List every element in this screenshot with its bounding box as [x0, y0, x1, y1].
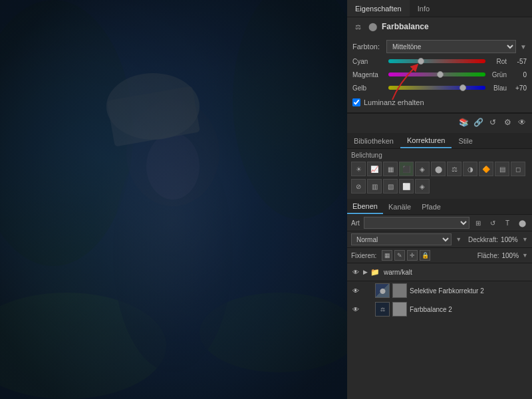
layer-item-farbbalance[interactable]: 👁 ⚖ Farbbalance 2: [347, 300, 532, 319]
magenta-label: Magenta: [352, 71, 386, 78]
magenta-value: 0: [509, 71, 527, 78]
art-label: Art: [351, 219, 360, 227]
lock-row: Fixieren: ▦ ✎ ✛ 🔒 Fläche: 100% ▼: [347, 248, 532, 263]
group-arrow[interactable]: ▶: [363, 269, 368, 275]
layers-list: 👁 ▶ 📁 warm/kalt 👁 ⬤ Selektive Farbkorrek…: [347, 263, 532, 399]
blend-mode-select[interactable]: Normal: [351, 233, 452, 245]
group-name: warm/kalt: [384, 269, 528, 276]
tab-eigenschaften[interactable]: Eigenschaften: [347, 0, 410, 17]
tab-bibliotheken[interactable]: Bibliotheken: [347, 133, 400, 148]
layer-tool-2[interactable]: ↺: [487, 217, 499, 229]
eye-group[interactable]: 👁: [351, 267, 360, 277]
corr-icon-exposure[interactable]: ⬛: [399, 162, 414, 176]
thumb-mask-farbbalance: [392, 302, 407, 317]
eye-selektive[interactable]: 👁: [351, 286, 360, 295]
properties-title-bar: ⚖ ⬤ Farbbalance: [347, 17, 532, 36]
art-select[interactable]: [364, 217, 469, 229]
gelb-value: +70: [509, 84, 527, 92]
circle-icon: ⬤: [367, 21, 378, 32]
corr-section-label: Belichtung: [351, 152, 528, 159]
magenta-thumb[interactable]: [437, 71, 444, 78]
corr-icon-colorlookup[interactable]: ◻: [511, 162, 525, 176]
luminanz-row: Luminanz erhalten: [352, 96, 527, 108]
corr-icon-selective[interactable]: ◈: [415, 179, 430, 194]
farbton-select[interactable]: TiefenMitteltöneLichter: [386, 40, 516, 53]
flaeche-value: 100%: [502, 252, 519, 259]
gelb-slider-container[interactable]: [388, 83, 485, 92]
corr-icon-bw[interactable]: ◑: [463, 162, 477, 176]
tool-icon-5[interactable]: 👁: [516, 116, 528, 128]
right-panel: Eigenschaften Info ⚖ ⬤ Farbbalance Farbt…: [347, 0, 532, 399]
layer-name-farbbalance: Farbbalance 2: [410, 306, 528, 313]
corr-icon-posterize[interactable]: ▥: [367, 179, 382, 194]
flaeche-label: Fläche:: [477, 252, 499, 259]
corr-icon-brightness[interactable]: ☀: [351, 162, 366, 176]
layers-tabs: Ebenen Kanäle Pfade: [347, 199, 532, 215]
corr-icon-gradient[interactable]: ⬜: [399, 179, 414, 194]
svg-rect-10: [0, 0, 347, 399]
gelb-thumb[interactable]: [460, 84, 466, 91]
tab-stile[interactable]: Stile: [452, 133, 479, 148]
balance-icon: ⚖: [352, 21, 363, 32]
blend-opacity-row: Normal ▼ Deckkraft: 100% ▼: [347, 231, 532, 248]
cyan-thumb[interactable]: [418, 58, 424, 65]
tool-icon-4[interactable]: ⚙: [501, 116, 513, 128]
lock-label: Fixieren:: [351, 252, 376, 259]
tab-ebenen[interactable]: Ebenen: [347, 199, 383, 214]
corr-icon-threshold[interactable]: ▧: [383, 179, 398, 194]
lock-transparent[interactable]: ▦: [382, 250, 392, 261]
panel-tabs: Eigenschaften Info: [347, 0, 532, 17]
layer-tool-3[interactable]: T: [501, 217, 513, 229]
corr-icon-invert[interactable]: ⊘: [351, 179, 366, 194]
corr-icon-hsl[interactable]: ⬤: [431, 162, 446, 176]
layer-item-selektive[interactable]: 👁 ⬤ Selektive Farbkorrektur 2: [347, 281, 532, 300]
corr-icon-levels[interactable]: ▦: [383, 162, 398, 176]
magenta-slider-container[interactable]: [388, 70, 485, 79]
lock-position[interactable]: ✛: [407, 250, 418, 261]
gelb-track: [388, 86, 485, 90]
lock-icons: ▦ ✎ ✛ 🔒: [382, 250, 430, 261]
thumb-farbbalance: ⚖: [375, 302, 390, 317]
tool-icon-2[interactable]: 🔗: [472, 116, 484, 128]
layer-group-warmkalt: 👁 ▶ 📁 warm/kalt: [347, 263, 532, 281]
gelb-label: Gelb: [352, 84, 386, 92]
farbton-chevron[interactable]: ▼: [520, 43, 527, 51]
corr-icon-curves[interactable]: 📈: [367, 162, 382, 176]
corr-icons-row1: ☀ 📈 ▦ ⬛ ◈ ⬤ ⚖ ◑ 🔶 ▤ ◻: [351, 162, 528, 176]
folder-icon: 📁: [370, 268, 380, 277]
corr-icon-photo[interactable]: 🔶: [479, 162, 493, 176]
blend-arrow: ▼: [456, 236, 462, 243]
farbton-row: Farbton: TiefenMitteltöneLichter ▼: [352, 40, 527, 53]
corr-icon-vibrance[interactable]: ◈: [415, 162, 430, 176]
lock-all[interactable]: 🔒: [420, 250, 430, 261]
thumb-selektive: ⬤: [375, 283, 390, 298]
corr-icon-channelmix[interactable]: ▤: [495, 162, 509, 176]
opacity-arrow: ▼: [522, 236, 528, 243]
layer-tool-1[interactable]: ⊞: [472, 217, 484, 229]
group-row-warmkalt[interactable]: 👁 ▶ 📁 warm/kalt: [347, 263, 532, 281]
tool-icon-3[interactable]: ↺: [487, 116, 499, 128]
cyan-rot-row: Cyan Rot -57: [352, 57, 527, 66]
luminanz-checkbox[interactable]: [352, 98, 360, 106]
tab-info[interactable]: Info: [410, 0, 438, 17]
corr-icons-row2: ⊘ ▥ ▧ ⬜ ◈: [351, 179, 528, 194]
opacity-label: Deckkraft:: [468, 236, 498, 243]
corr-icon-colorbalance[interactable]: ⚖: [447, 162, 462, 176]
correction-panel: Belichtung ☀ 📈 ▦ ⬛ ◈ ⬤ ⚖ ◑ 🔶 ▤ ◻ ⊘ ▥ ▧ ⬜…: [347, 149, 532, 199]
flaeche-arrow: ▼: [522, 252, 528, 259]
blau-label: Blau: [488, 84, 507, 92]
farbton-section: Farbton: TiefenMitteltöneLichter ▼ Cyan …: [347, 36, 532, 112]
layer-tool-4[interactable]: ⬤: [516, 217, 528, 229]
eye-farbbalance[interactable]: 👁: [351, 305, 360, 314]
tab-pfade[interactable]: Pfade: [416, 199, 446, 214]
tools-bar: 📚 🔗 ↺ ⚙ 👁: [351, 116, 528, 128]
corrections-tabs: Bibliotheken Korrekturen Stile: [347, 133, 532, 149]
cyan-slider-container[interactable]: [388, 57, 485, 66]
tab-kanale[interactable]: Kanäle: [383, 199, 416, 214]
tab-korrekturen[interactable]: Korrekturen: [400, 133, 452, 148]
magenta-track: [388, 72, 485, 76]
layer-name-selektive: Selektive Farbkorrektur 2: [410, 287, 528, 295]
lock-image[interactable]: ✎: [394, 250, 405, 261]
tool-icon-1[interactable]: 📚: [458, 116, 469, 128]
farbton-label: Farbton:: [352, 43, 382, 51]
